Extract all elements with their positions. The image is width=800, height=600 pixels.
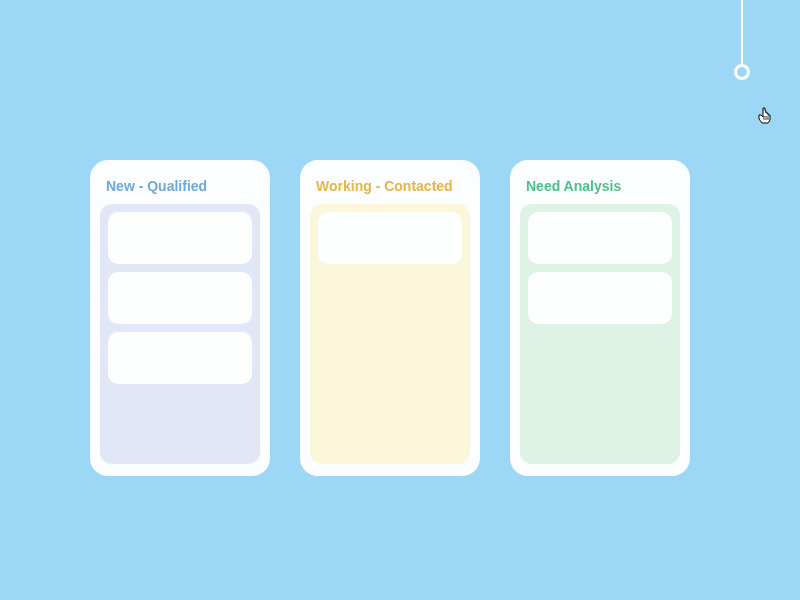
column-body[interactable] [520, 204, 680, 464]
kanban-card[interactable] [528, 272, 672, 324]
kanban-card[interactable] [108, 272, 252, 324]
pendulum-decoration [734, 0, 750, 80]
kanban-card[interactable] [528, 212, 672, 264]
column-header: Working - Contacted [310, 172, 470, 204]
column-working-contacted[interactable]: Working - Contacted [300, 160, 480, 476]
kanban-card[interactable] [318, 212, 462, 264]
kanban-card[interactable] [108, 212, 252, 264]
column-need-analysis[interactable]: Need Analysis [510, 160, 690, 476]
column-new-qualified[interactable]: New - Qualified [90, 160, 270, 476]
column-body[interactable] [100, 204, 260, 464]
column-body[interactable] [310, 204, 470, 464]
pendulum-line [741, 0, 743, 64]
pendulum-circle [734, 64, 750, 80]
cursor-pointer-icon [757, 106, 775, 130]
column-header: New - Qualified [100, 172, 260, 204]
kanban-card[interactable] [108, 332, 252, 384]
column-header: Need Analysis [520, 172, 680, 204]
kanban-board: New - Qualified Working - Contacted Need… [90, 160, 690, 476]
